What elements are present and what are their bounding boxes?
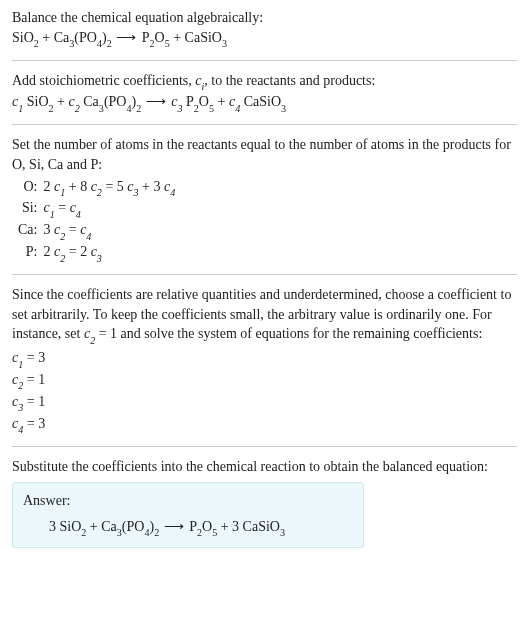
coefficient-solution: c1 = 3c2 = 1c3 = 1c4 = 3 — [12, 348, 517, 436]
intro-text: Balance the chemical equation algebraica… — [12, 8, 517, 28]
table-row: Si:c1 = c4 — [18, 198, 181, 220]
coef-line: c1 = 3 — [12, 348, 517, 370]
reaction-with-coefs: c1 SiO2 + c2 Ca3(PO4)2 ⟶ c3 P2O5 + c4 Ca… — [12, 92, 517, 114]
step4-text: Since the coefficients are relative quan… — [12, 285, 517, 346]
divider — [12, 446, 517, 447]
balanced-equation: 3 SiO2 + Ca3(PO4)2 ⟶ P2O5 + 3 CaSiO3 — [23, 517, 353, 539]
table-row: Ca:3 c2 = c4 — [18, 220, 181, 242]
divider — [12, 274, 517, 275]
text: = 1 — [95, 326, 117, 341]
ci-var: ci — [195, 73, 204, 88]
divider — [12, 124, 517, 125]
answer-box: Answer: 3 SiO2 + Ca3(PO4)2 ⟶ P2O5 + 3 Ca… — [12, 482, 364, 548]
reaction-unbalanced: SiO2 + Ca3(PO4)2 ⟶ P2O5 + CaSiO3 — [12, 28, 517, 50]
text: and solve the system of equations for th… — [117, 326, 482, 341]
coef-line: c4 = 3 — [12, 414, 517, 436]
atom-equations-table: O:2 c1 + 8 c2 = 5 c3 + 3 c4Si:c1 = c4Ca:… — [18, 177, 181, 265]
divider — [12, 60, 517, 61]
step5-text: Substitute the coefficients into the che… — [12, 457, 517, 477]
set-coef: c2 — [84, 326, 95, 341]
table-row: P:2 c2 = 2 c3 — [18, 242, 181, 264]
table-row: O:2 c1 + 8 c2 = 5 c3 + 3 c4 — [18, 177, 181, 199]
text: Add stoichiometric coefficients, — [12, 73, 195, 88]
answer-label: Answer: — [23, 491, 353, 511]
step3-text: Set the number of atoms in the reactants… — [12, 135, 517, 174]
step2-text: Add stoichiometric coefficients, ci, to … — [12, 71, 517, 93]
text: , to the reactants and products: — [204, 73, 375, 88]
coef-line: c3 = 1 — [12, 392, 517, 414]
coef-line: c2 = 1 — [12, 370, 517, 392]
